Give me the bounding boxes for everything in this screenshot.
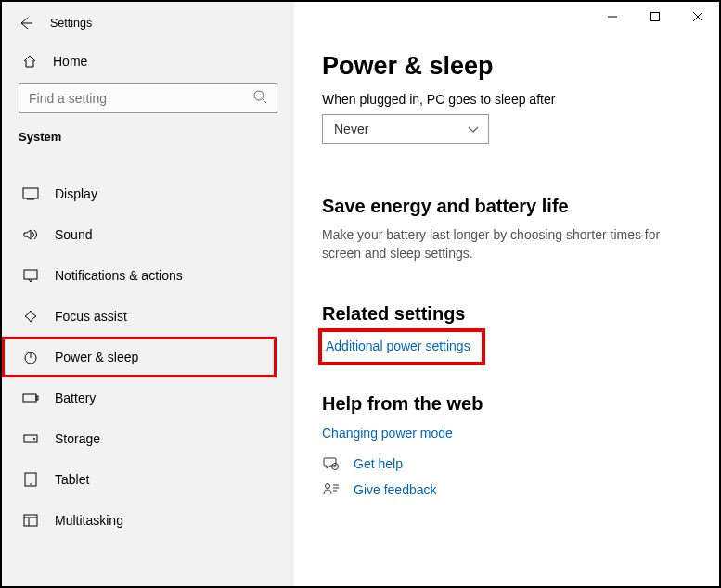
energy-desc: Make your battery last longer by choosin… [322,226,675,262]
highlight-box: Additional power settings [318,328,485,365]
page-title: Power & sleep [322,52,691,81]
battery-icon [22,393,39,403]
get-help-label: Get help [354,456,403,471]
window-controls [591,2,719,32]
sidebar-item-label: Storage [55,431,100,446]
svg-point-7 [33,438,35,440]
sidebar-item-sound[interactable]: Sound [2,214,294,255]
sleep-select[interactable]: Never [322,114,489,144]
svg-rect-2 [24,270,37,279]
display-icon [22,187,39,200]
sidebar-item-label: Battery [55,390,96,405]
sidebar-item-tablet[interactable]: Tablet [2,459,294,500]
titlebar-left: Settings [2,2,294,45]
sidebar-item-label: Sound [55,227,92,242]
feedback-icon [322,482,341,497]
sleep-label: When plugged in, PC goes to sleep after [322,92,691,107]
sidebar: Settings Home System Display [2,2,294,586]
search-input[interactable] [19,91,252,106]
svg-point-0 [254,91,264,100]
get-help-row[interactable]: ? Get help [322,456,691,471]
sidebar-item-multitasking[interactable]: Multitasking [2,500,294,541]
sidebar-item-label: Power & sleep [55,350,138,364]
sidebar-nav-list: Display Sound Notifications & actions Fo… [2,173,294,541]
additional-power-link[interactable]: Additional power settings [326,339,470,353]
sidebar-item-label: Multitasking [55,513,123,528]
changing-power-link[interactable]: Changing power mode [322,426,453,441]
sidebar-item-label: Notifications & actions [55,268,183,283]
back-icon[interactable] [19,16,33,31]
sidebar-item-focus-assist[interactable]: Focus assist [2,296,294,337]
storage-icon [22,434,39,443]
svg-rect-11 [651,13,660,21]
home-icon [22,54,37,69]
minimize-button[interactable] [591,2,634,32]
tablet-icon [22,472,39,487]
sidebar-item-label: Focus assist [55,309,127,324]
give-feedback-label: Give feedback [354,482,437,497]
sidebar-item-battery[interactable]: Battery [2,377,294,418]
svg-point-14 [326,484,330,489]
maximize-button[interactable] [634,2,676,32]
sidebar-section-title: System [2,113,294,151]
sleep-value: Never [334,121,368,136]
energy-heading: Save energy and battery life [322,196,691,217]
sidebar-item-label: Display [55,186,97,201]
power-icon [22,350,39,364]
sound-icon [22,228,39,241]
multitasking-icon [22,514,39,527]
related-heading: Related settings [322,303,691,325]
help-heading: Help from the web [322,393,691,415]
svg-rect-1 [23,188,38,198]
svg-point-9 [30,483,32,485]
settings-window: Settings Home System Display [2,2,719,586]
content-panel: Power & sleep When plugged in, PC goes t… [294,2,719,586]
sidebar-item-storage[interactable]: Storage [2,418,294,459]
focus-assist-icon [22,309,39,324]
sidebar-item-power-sleep[interactable]: Power & sleep [2,337,277,377]
svg-rect-4 [23,394,36,402]
give-feedback-row[interactable]: Give feedback [322,482,691,497]
sidebar-item-display[interactable]: Display [2,173,294,214]
svg-rect-5 [36,396,38,400]
notifications-icon [22,269,39,282]
content-inner: Power & sleep When plugged in, PC goes t… [294,2,719,497]
sidebar-item-notifications[interactable]: Notifications & actions [2,255,294,296]
svg-text:?: ? [334,464,337,469]
search-wrap [2,78,294,113]
close-button[interactable] [676,2,719,32]
sidebar-item-label: Tablet [55,472,89,487]
svg-rect-10 [24,515,37,526]
home-label: Home [53,54,87,69]
window-title: Settings [50,17,92,30]
help-icon: ? [322,456,341,471]
chevron-down-icon [468,121,479,136]
search-icon [252,89,277,108]
sidebar-item-home[interactable]: Home [2,45,294,78]
search-box[interactable] [19,83,277,113]
